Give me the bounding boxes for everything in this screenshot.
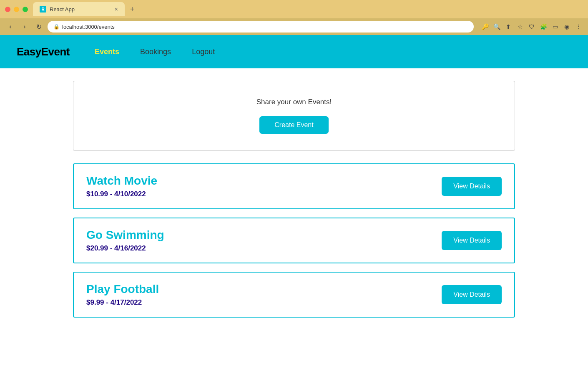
minimize-window-button[interactable] (14, 7, 19, 12)
url-text: localhost:3000/events (62, 24, 468, 30)
nav-link-logout[interactable]: Logout (192, 48, 215, 56)
browser-tab[interactable]: R React App × (33, 2, 125, 16)
bookmark-icon[interactable]: ☆ (515, 22, 525, 31)
view-details-button-play-football[interactable]: View Details (442, 285, 502, 304)
view-details-button-go-swimming[interactable]: View Details (442, 231, 502, 250)
browser-window-controls (5, 7, 28, 12)
browser-addressbar: ‹ › ↻ 🔒 localhost:3000/events 🔑 🔍 ⬆ ☆ 🛡 … (0, 18, 588, 35)
event-meta: $20.99 - 4/16/2022 (86, 244, 164, 253)
tab-favicon: R (40, 6, 46, 13)
view-details-button-watch-movie[interactable]: View Details (442, 177, 502, 196)
navbar: EasyEvent Events Bookings Logout (0, 35, 588, 68)
key-icon[interactable]: 🔑 (480, 22, 490, 31)
tab-title: React App (50, 6, 111, 13)
back-button[interactable]: ‹ (5, 21, 16, 32)
event-card-watch-movie: Watch Movie $10.99 - 4/10/2022 View Deta… (73, 163, 515, 209)
event-meta: $9.99 - 4/17/2022 (86, 298, 159, 307)
browser-chrome: R React App × + ‹ › ↻ 🔒 localhost:3000/e… (0, 0, 588, 35)
address-bar[interactable]: 🔒 localhost:3000/events (48, 21, 474, 33)
app-wrapper: EasyEvent Events Bookings Logout Share y… (0, 35, 588, 383)
extensions-icon[interactable]: 🧩 (539, 22, 548, 31)
event-title: Watch Movie (86, 174, 157, 188)
nav-link-events[interactable]: Events (95, 48, 119, 56)
event-info: Play Football $9.99 - 4/17/2022 (86, 283, 159, 307)
event-title: Play Football (86, 283, 159, 296)
share-icon[interactable]: ⬆ (504, 22, 513, 31)
create-event-button[interactable]: Create Event (259, 116, 328, 134)
forward-button[interactable]: › (19, 21, 30, 32)
main-content: Share your own Events! Create Event Watc… (65, 68, 523, 338)
create-event-card: Share your own Events! Create Event (73, 81, 515, 151)
tab-close-button[interactable]: × (115, 6, 118, 12)
lock-icon: 🔒 (53, 24, 60, 30)
event-info: Watch Movie $10.99 - 4/10/2022 (86, 174, 157, 198)
nav-link-bookings[interactable]: Bookings (140, 48, 171, 56)
new-tab-button[interactable]: + (126, 3, 138, 15)
maximize-window-button[interactable] (23, 7, 28, 12)
shield-icon[interactable]: 🛡 (527, 22, 536, 31)
event-meta: $10.99 - 4/10/2022 (86, 190, 157, 198)
reload-button[interactable]: ↻ (33, 21, 44, 32)
event-card-play-football: Play Football $9.99 - 4/17/2022 View Det… (73, 272, 515, 318)
create-event-prompt: Share your own Events! (256, 98, 332, 106)
browser-titlebar: R React App × + (0, 0, 588, 18)
browser-toolbar-icons: 🔑 🔍 ⬆ ☆ 🛡 🧩 ▭ ◉ ⋮ (480, 22, 583, 31)
zoom-icon[interactable]: 🔍 (492, 22, 501, 31)
brand-logo[interactable]: EasyEvent (17, 45, 70, 58)
menu-icon[interactable]: ⋮ (574, 22, 583, 31)
nav-links: Events Bookings Logout (95, 48, 215, 56)
event-card-go-swimming: Go Swimming $20.99 - 4/16/2022 View Deta… (73, 218, 515, 263)
profile-icon[interactable]: ◉ (562, 22, 571, 31)
sidebar-icon[interactable]: ▭ (550, 22, 560, 31)
event-title: Go Swimming (86, 228, 164, 242)
event-info: Go Swimming $20.99 - 4/16/2022 (86, 228, 164, 253)
close-window-button[interactable] (5, 7, 10, 12)
